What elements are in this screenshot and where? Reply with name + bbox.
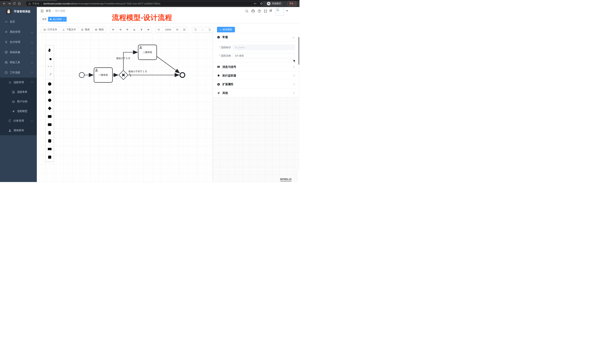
flow-gateway-to-task2[interactable] <box>123 52 137 70</box>
sidebar-item-task-management[interactable]: 任务管理 <box>0 116 37 126</box>
help-icon[interactable] <box>257 9 261 13</box>
scrollbar-rail-corner <box>297 169 300 182</box>
incognito-icon <box>267 2 271 5</box>
close-icon[interactable]: × <box>63 18 65 20</box>
bpmn-io-watermark[interactable]: BPMN.iO <box>280 178 291 181</box>
password-key-icon[interactable] <box>254 2 257 5</box>
browser-chrome: 不安全 dashboard.yudao.iocoder.cn/bpm/manag… <box>0 0 300 7</box>
open-file-button[interactable]: 打开文件 <box>41 27 60 32</box>
undo-button[interactable] <box>192 27 199 32</box>
update-label: 更新 <box>289 2 294 5</box>
align-center-vertical-button[interactable] <box>145 27 152 32</box>
download-file-button[interactable]: 下载文件 <box>60 27 78 32</box>
bpmn-canvas[interactable]: 一级审批 二级审批 请假大于 3 天 请假小于等于 1 天 常规 <box>37 33 300 182</box>
user-task-level2[interactable]: 二级审批 <box>138 45 157 60</box>
annotation-title: 流程模型-设计流程 <box>112 13 172 22</box>
bookmark-star-icon[interactable] <box>260 2 263 5</box>
flow-task2-to-end[interactable] <box>157 56 179 73</box>
section-extended-properties[interactable]: 扩展属性 <box>213 80 299 88</box>
github-icon[interactable] <box>251 9 255 13</box>
section-general[interactable]: 常规 <box>213 33 299 41</box>
tab-label: 首页 <box>42 18 47 21</box>
save-model-button[interactable]: + 保存模型 <box>217 27 235 32</box>
browser-menu-icon[interactable] <box>295 2 295 5</box>
scrollbar-thumb[interactable] <box>298 37 299 65</box>
align-top-button[interactable] <box>124 27 131 32</box>
flow-label-lte1[interactable]: 请假小于等于 1 天 <box>128 70 147 73</box>
home-icon[interactable] <box>18 2 21 5</box>
task1-label: 一级审批 <box>98 74 108 76</box>
font-size-icon[interactable]: tT <box>270 9 273 13</box>
face-icon <box>12 100 15 103</box>
briefcase-icon <box>4 71 8 74</box>
simulate-label: 模拟 <box>99 28 104 31</box>
sidebar-item-workflow[interactable]: 工作流程 <box>0 68 37 78</box>
not-secure-warning-icon <box>28 2 31 5</box>
broken-image-icon <box>276 8 280 11</box>
align-center-horizontal-icon <box>140 28 143 31</box>
avatar[interactable] <box>276 8 284 16</box>
avatar-caret-icon[interactable] <box>286 10 288 11</box>
url-path: /bpm/manager/model/design?modelId=e4a1a1… <box>73 2 160 5</box>
fit-viewport-button[interactable] <box>181 27 188 32</box>
zoom-button-group: 100% <box>155 27 188 32</box>
sidebar-item-leave-query[interactable]: 请假查询 <box>0 126 37 135</box>
breadcrumb-home[interactable]: 首页 <box>46 9 51 13</box>
section-title: 扩展属性 <box>222 83 233 86</box>
redo-icon <box>201 28 204 31</box>
sidebar-item-dev-tools[interactable]: 研发工具 <box>0 57 37 68</box>
sidebar-item-home[interactable]: 首页 <box>0 17 37 27</box>
process-name-label: *流程名称 <box>213 54 231 58</box>
sidebar-item-infrastructure[interactable]: 基础设施 <box>0 47 37 57</box>
exclusive-gateway[interactable] <box>119 70 128 80</box>
tab-home[interactable]: 首页 <box>40 17 49 22</box>
process-name-input[interactable] <box>233 53 295 58</box>
yen-icon <box>4 41 8 44</box>
preview-label: 预览 <box>85 28 90 31</box>
search-icon[interactable] <box>245 9 249 13</box>
zoom-in-button[interactable] <box>174 27 181 32</box>
sidebar-item-label: 系统管理 <box>10 30 20 34</box>
sidebar-item-system-management[interactable]: 系统管理 <box>0 27 37 37</box>
forward-icon[interactable] <box>7 2 11 5</box>
align-bottom-button[interactable] <box>131 27 138 32</box>
sidebar-item-process-management[interactable]: 流程管理 <box>0 78 37 87</box>
sidebar-item-label: 流程模型 <box>17 110 27 113</box>
toolbox-icon <box>4 61 8 64</box>
start-event[interactable] <box>79 72 84 78</box>
zoom-out-icon <box>158 28 160 31</box>
comment-icon <box>217 65 220 68</box>
simulate-button[interactable]: 模拟 <box>92 27 106 32</box>
section-execution-listener[interactable]: 执行监听器 <box>213 71 299 80</box>
align-left-button[interactable] <box>110 27 117 32</box>
sidebar-item-process-model[interactable]: 流程模型 <box>0 106 37 116</box>
chevron-up-icon <box>31 81 33 83</box>
sidebar-item-user-group[interactable]: 用户分组 <box>0 97 37 106</box>
chevron-right-icon <box>292 92 294 94</box>
sidebar-item-payment-management[interactable]: 支付管理 <box>0 37 37 47</box>
url-bar[interactable]: 不安全 dashboard.yudao.iocoder.cn/bpm/manag… <box>26 1 264 6</box>
end-event[interactable] <box>180 73 185 77</box>
redo-button[interactable] <box>199 27 206 32</box>
breadcrumb: 首页 / 设计流程 <box>46 9 65 13</box>
align-center-horizontal-button[interactable] <box>138 27 145 32</box>
fullscreen-icon[interactable] <box>264 9 267 13</box>
restart-button[interactable] <box>206 27 213 32</box>
reload-icon[interactable] <box>12 2 16 5</box>
zoom-out-button[interactable] <box>155 27 162 32</box>
preview-button[interactable]: 预览 <box>78 27 92 32</box>
browser-active-tab-sliver <box>10 0 57 1</box>
tab-design-process[interactable]: 设计流程 × <box>48 17 67 22</box>
sidebar-collapse-icon[interactable] <box>40 9 44 13</box>
back-icon[interactable] <box>2 2 6 5</box>
sidebar-item-process-form[interactable]: 流程表单 <box>0 87 37 97</box>
task2-label: 二级审批 <box>143 51 152 54</box>
section-other[interactable]: 其他 <box>213 88 299 97</box>
update-button[interactable]: 更新 <box>287 1 297 6</box>
flow-label-gt3[interactable]: 请假大于 3 天 <box>116 57 130 60</box>
align-right-button[interactable] <box>117 27 124 32</box>
process-key-input <box>233 45 295 50</box>
section-messages-signals[interactable]: 消息与信号 <box>213 62 299 71</box>
user-task-level1[interactable]: 一级审批 <box>94 68 113 82</box>
app-logo[interactable]: 芋道管理系统 <box>0 7 37 16</box>
